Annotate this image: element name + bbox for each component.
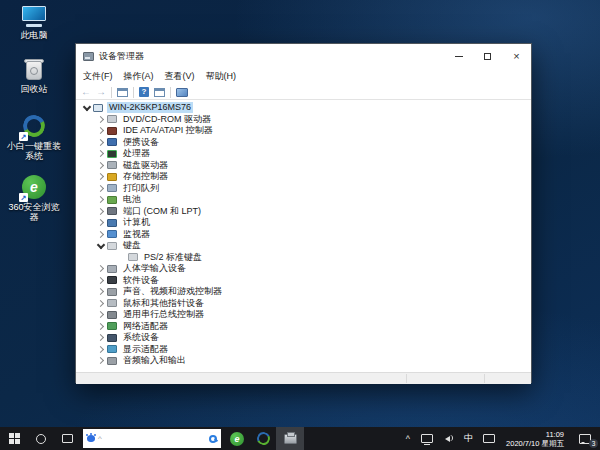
processor-icon [107,150,117,158]
ime-language-indicator[interactable]: 中 [459,432,478,445]
360-browser-icon: e [230,432,244,446]
chevron-right-icon[interactable] [96,161,105,170]
maximize-button[interactable] [473,44,502,68]
task-view-button[interactable] [54,427,80,450]
tree-item-ide-controller[interactable]: IDE ATA/ATAPI 控制器 [76,125,531,137]
sound-video-game-controller-icon [107,288,117,296]
desktop-icon-label: 此电脑 [4,30,64,40]
tree-item-portable-device[interactable]: 便携设备 [76,137,531,149]
baidu-search-box[interactable]: ^ [83,429,221,448]
chevron-right-icon[interactable] [96,126,105,135]
tree-item-system-device[interactable]: 系统设备 [76,332,531,344]
chevron-right-icon[interactable] [96,149,105,158]
tree-item-sound-controller[interactable]: 声音、视频和游戏控制器 [76,286,531,298]
tree-item-label: 打印队列 [121,183,161,194]
desktop-icon-xiaobai-reinstall[interactable]: ↗ 小白一键重装系统 [4,113,64,161]
hidden-icons-chevron[interactable]: ^ [400,434,416,444]
chevron-right-icon[interactable] [96,276,105,285]
menu-action[interactable]: 操作(A) [124,70,154,83]
menu-file[interactable]: 文件(F) [83,70,113,83]
desktop-icon-label: 小白一键重装系统 [4,141,64,161]
tree-item-computer[interactable]: 计算机 [76,217,531,229]
tree-item-network-adapter[interactable]: 网络适配器 [76,321,531,333]
tree-item-mouse[interactable]: 鼠标和其他指针设备 [76,298,531,310]
close-button[interactable]: × [502,44,531,68]
shortcut-arrow-icon: ↗ [19,193,28,202]
tree-item-label: 监视器 [121,229,152,240]
tree-item-label: 电池 [121,194,143,205]
cortana-search-button[interactable] [28,427,54,450]
clock-date: 2020/7/10 星期五 [506,439,564,448]
baidu-search-icon[interactable] [209,435,217,443]
tree-item-dvd-drive[interactable]: DVD/CD-ROM 驱动器 [76,114,531,126]
desktop-icon-recycle-bin[interactable]: 回收站 [4,58,64,94]
tree-item-display-adapter[interactable]: 显示适配器 [76,344,531,356]
clock[interactable]: 11:09 2020/7/10 星期五 [500,430,570,448]
tree-item-ps2-keyboard[interactable]: PS/2 标准键盘 [76,252,531,264]
task-view-icon [62,434,73,443]
chevron-right-icon[interactable] [96,333,105,342]
menu-view[interactable]: 查看(V) [165,70,195,83]
chevron-right-icon[interactable] [96,287,105,296]
tree-item-label: 通用串行总线控制器 [121,309,206,320]
tree-item-ports[interactable]: 端口 (COM 和 LPT) [76,206,531,218]
chevron-right-icon[interactable] [96,264,105,273]
console-window-icon[interactable] [117,88,128,97]
chevron-down-icon[interactable] [82,103,91,112]
volume-icon[interactable] [442,434,455,444]
chevron-right-icon[interactable] [96,195,105,204]
tree-item-audio-io[interactable]: 音频输入和输出 [76,355,531,367]
tree-item-keyboard[interactable]: 键盘 [76,240,531,252]
minimize-button[interactable] [444,44,473,68]
help-icon[interactable] [139,87,149,97]
chevron-down-icon[interactable] [96,241,105,250]
tree-item-battery[interactable]: 电池 [76,194,531,206]
forward-arrow-icon[interactable]: → [96,86,106,98]
start-button[interactable] [0,427,28,450]
portable-device-icon [107,138,117,146]
network-icon[interactable] [421,434,433,443]
chevron-right-icon[interactable] [96,207,105,216]
tree-item-monitor[interactable]: 监视器 [76,229,531,241]
chevron-up-icon[interactable]: ^ [98,434,209,443]
chevron-right-icon[interactable] [96,115,105,124]
computer-icon[interactable] [176,88,188,97]
notification-badge: 3 [589,439,598,448]
properties-window-icon[interactable] [154,88,165,97]
chevron-right-icon[interactable] [96,299,105,308]
tree-item-label: IDE ATA/ATAPI 控制器 [121,125,215,136]
touch-keyboard-icon[interactable] [483,434,495,443]
chevron-right-icon[interactable] [96,322,105,331]
tree-item-storage-controller[interactable]: 存储控制器 [76,171,531,183]
desktop-icon-360-browser[interactable]: e↗ 360安全浏览器 [4,174,64,222]
display-adapter-icon [107,345,117,353]
tree-item-hid[interactable]: 人体学输入设备 [76,263,531,275]
chevron-right-icon[interactable] [96,356,105,365]
desktop-icon-label: 回收站 [4,84,64,94]
desktop-icon-this-pc[interactable]: 此电脑 [4,6,64,40]
action-center-button[interactable]: 3 [570,427,600,450]
system-tray: ^ 中 11:09 2020/7/10 星期五 3 [400,427,600,450]
tree-item-computer-root[interactable]: WIN-2K5KP16MS76 [76,102,531,114]
tree-item-processor[interactable]: 处理器 [76,148,531,160]
tree-item-label: 显示适配器 [121,344,170,355]
chevron-right-icon[interactable] [96,230,105,239]
chevron-right-icon[interactable] [96,184,105,193]
ports-com-lpt-icon [107,207,117,215]
window-titlebar[interactable]: 设备管理器 × [76,44,531,68]
chevron-right-icon[interactable] [96,218,105,227]
menu-help[interactable]: 帮助(H) [206,70,237,83]
chevron-right-icon[interactable] [96,138,105,147]
taskbar-device-manager-button-active[interactable] [276,427,304,450]
tree-item-label: 计算机 [121,217,152,228]
tree-item-software-device[interactable]: 软件设备 [76,275,531,287]
chevron-right-icon[interactable] [96,310,105,319]
taskbar-360-browser-button[interactable]: e [224,427,250,450]
back-arrow-icon[interactable]: ← [81,86,91,98]
tree-item-print-queue[interactable]: 打印队列 [76,183,531,195]
chevron-right-icon[interactable] [96,345,105,354]
tree-item-disk-drive[interactable]: 磁盘驱动器 [76,160,531,172]
chevron-right-icon[interactable] [96,172,105,181]
tree-item-usb-controller[interactable]: 通用串行总线控制器 [76,309,531,321]
taskbar-xiaobai-button[interactable] [250,427,276,450]
